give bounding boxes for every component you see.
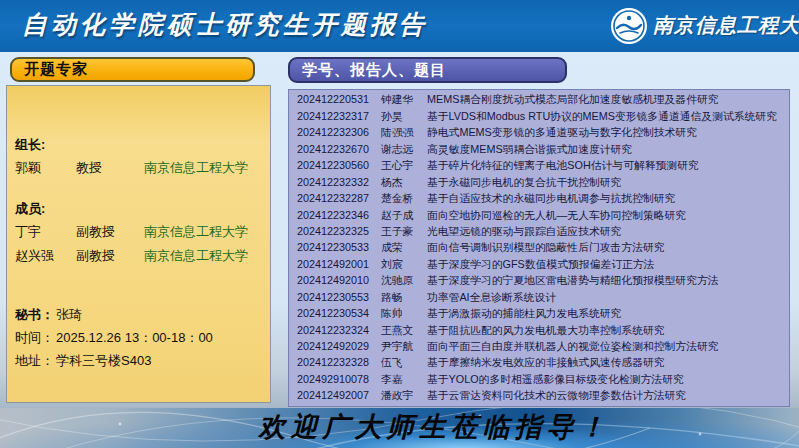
schedule-row: 202412232306 陆强强 静电式MEMS变形镜的多通道驱动与数字化控制技… xyxy=(297,125,787,140)
thesis-title: 高灵敏度MEMS弱耦合谐振式加速度计研究 xyxy=(427,142,787,157)
student-id: 202412230553 xyxy=(297,290,381,305)
reporter-name: 王燕文 xyxy=(381,323,427,338)
secretary-row: 秘书： 张琦 xyxy=(15,306,266,324)
thesis-title: 基于YOLO的多时相遥感影像目标级变化检测方法研究 xyxy=(427,372,787,387)
reporter-name: 杨杰 xyxy=(381,175,427,190)
member-title: 副教授 xyxy=(76,247,144,265)
reporter-name: 王心宇 xyxy=(381,158,427,173)
schedule-row: 202412230553 路畅 功率管AI全息诊断系统设计 xyxy=(297,290,787,305)
schedule-row: 202412232325 王子豪 光电望远镜的驱动与跟踪自适应技术研究 xyxy=(297,224,787,239)
experts-panel-title: 开题专家 xyxy=(24,60,88,79)
schedule-row: 202412232317 孙昊 基于LVDS和Modbus RTU协议的MEMS… xyxy=(297,109,787,124)
schedule-row: 202492910078 李嘉 基于YOLO的多时相遥感影像目标级变化检测方法研… xyxy=(297,372,787,387)
student-id: 202412232328 xyxy=(297,355,381,370)
time-row: 时间： 2025.12.26 13：00-18：00 xyxy=(15,329,266,347)
reporter-name: 路畅 xyxy=(381,290,427,305)
thesis-title: 面向空地协同巡检的无人机—无人车协同控制策略研究 xyxy=(427,208,787,223)
thesis-title: 基于LVDS和Modbus RTU协议的MEMS变形镜多通道通信及测试系统研究 xyxy=(427,109,787,124)
schedule-row: 202412232670 谢志远 高灵敏度MEMS弱耦合谐振式加速度计研究 xyxy=(297,142,787,157)
schedule-row: 202412230533 成荣 面向信号调制识别模型的隐蔽性后门攻击方法研究 xyxy=(297,240,787,255)
thesis-title: 光电望远镜的驱动与跟踪自适应技术研究 xyxy=(427,224,787,239)
schedule-row: 202412232332 杨杰 基于永磁同步电机的复合抗干扰控制研究 xyxy=(297,175,787,190)
footer-banner: 欢迎广大师生莅临指导！ xyxy=(0,408,799,448)
student-id: 202412232332 xyxy=(297,175,381,190)
thesis-title: 基于深度学习的GFS数值模式预报偏差订正方法 xyxy=(427,257,787,272)
thesis-title: 面向信号调制识别模型的隐蔽性后门攻击方法研究 xyxy=(427,240,787,255)
student-id: 202412232346 xyxy=(297,208,381,223)
schedule-row: 202412232346 赵子成 面向空地协同巡检的无人机—无人车协同控制策略研… xyxy=(297,208,787,223)
schedule-row: 202412492010 沈驰原 基于深度学习的宁夏地区雷电潜势与精细化预报模型… xyxy=(297,273,787,288)
reporter-name: 沈驰原 xyxy=(381,273,427,288)
thesis-title: 基于永磁同步电机的复合抗干扰控制研究 xyxy=(427,175,787,190)
secretary-label: 秘书： xyxy=(15,306,54,324)
thesis-title: 基于摩擦纳米发电效应的非接触式风速传感器研究 xyxy=(427,355,787,370)
schedule-row: 202412232287 楚金桥 基于自适应技术的永磁同步电机调参与抗扰控制研究 xyxy=(297,191,787,206)
schedule-row: 202412492029 尹宇航 面向平面三自由度并联机器人的视觉位姿检测和控制… xyxy=(297,339,787,354)
schedule-list: 202412220531 钟建华 MEMS耦合刚度扰动式模态局部化加速度敏感机理… xyxy=(288,89,790,407)
student-id: 202412230560 xyxy=(297,158,381,173)
thesis-title: 基于阻抗匹配的风力发电机最大功率控制系统研究 xyxy=(427,323,787,338)
leader-title: 教授 xyxy=(76,159,144,177)
reporter-name: 伍飞 xyxy=(381,355,427,370)
slide: 自动化学院硕士研究生开题报告 南京信息工程大学 开题专家 组长: 郭颖 教授 南… xyxy=(0,0,799,448)
student-id: 202412230534 xyxy=(297,306,381,321)
reporter-name: 潘政宇 xyxy=(381,388,427,403)
schedule-row: 202412492001 刘宸 基于深度学习的GFS数值模式预报偏差订正方法 xyxy=(297,257,787,272)
thesis-title: MEMS耦合刚度扰动式模态局部化加速度敏感机理及器件研究 xyxy=(427,92,787,107)
student-id: 202412492007 xyxy=(297,388,381,403)
experts-panel: 组长: 郭颖 教授 南京信息工程大学 成员: 丁宇 副教授 南京信息工程大学 赵… xyxy=(6,85,271,403)
reporter-name: 陈帅 xyxy=(381,306,427,321)
student-id: 202412232325 xyxy=(297,224,381,239)
student-id: 202412232324 xyxy=(297,323,381,338)
reporter-name: 尹宇航 xyxy=(381,339,427,354)
page-title: 自动化学院硕士研究生开题报告 xyxy=(22,8,428,41)
thesis-title: 基于自适应技术的永磁同步电机调参与抗扰控制研究 xyxy=(427,191,787,206)
secretary-value: 张琦 xyxy=(56,306,82,324)
member-name: 赵兴强 xyxy=(15,247,76,265)
student-id: 202412492001 xyxy=(297,257,381,272)
thesis-title: 基于云雷达资料同化技术的云微物理参数估计方法研究 xyxy=(427,388,787,403)
reporter-name: 钟建华 xyxy=(381,92,427,107)
experts-panel-header: 开题专家 xyxy=(10,57,255,82)
student-id: 202412220531 xyxy=(297,92,381,107)
reporter-name: 李嘉 xyxy=(381,372,427,387)
member-title: 副教授 xyxy=(76,223,144,241)
member-affiliation: 南京信息工程大学 xyxy=(144,247,248,265)
location-label: 地址： xyxy=(15,352,54,370)
location-row: 地址： 学科三号楼S403 xyxy=(15,352,266,370)
thesis-title: 基于涡激振动的捕能柱风力发电系统研究 xyxy=(427,306,787,321)
leader-label: 组长: xyxy=(15,136,266,154)
schedule-row: 202412232324 王燕文 基于阻抗匹配的风力发电机最大功率控制系统研究 xyxy=(297,323,787,338)
schedule-panel-title: 学号、报告人、题目 xyxy=(302,61,446,80)
leader-name: 郭颖 xyxy=(15,159,76,177)
time-label: 时间： xyxy=(15,329,54,347)
thesis-title: 基于深度学习的宁夏地区雷电潜势与精细化预报模型研究方法 xyxy=(427,273,787,288)
reporter-name: 谢志远 xyxy=(381,142,427,157)
reporter-name: 楚金桥 xyxy=(381,191,427,206)
student-id: 202412232670 xyxy=(297,142,381,157)
reporter-name: 成荣 xyxy=(381,240,427,255)
reporter-name: 孙昊 xyxy=(381,109,427,124)
university-name: 南京信息工程大学 xyxy=(653,12,799,39)
footer-message: 欢迎广大师生莅临指导！ xyxy=(0,409,799,445)
schedule-panel-header: 学号、报告人、题目 xyxy=(288,57,567,83)
schedule-row: 202412492007 潘政宇 基于云雷达资料同化技术的云微物理参数估计方法研… xyxy=(297,388,787,403)
member-name: 丁宇 xyxy=(15,223,76,241)
reporter-name: 刘宸 xyxy=(381,257,427,272)
reporter-name: 赵子成 xyxy=(381,208,427,223)
leader-affiliation: 南京信息工程大学 xyxy=(144,159,248,177)
thesis-title: 面向平面三自由度并联机器人的视觉位姿检测和控制方法研究 xyxy=(427,339,787,354)
university-logo-icon xyxy=(610,7,648,45)
time-value: 2025.12.26 13：00-18：00 xyxy=(56,329,213,347)
student-id: 202412232287 xyxy=(297,191,381,206)
thesis-title: 功率管AI全息诊断系统设计 xyxy=(427,290,787,305)
schedule-row: 202412230560 王心宇 基于碎片化特征的锂离子电池SOH估计与可解释预… xyxy=(297,158,787,173)
members-label: 成员: xyxy=(15,200,266,218)
student-id: 202412230533 xyxy=(297,240,381,255)
schedule-row: 202412232328 伍飞 基于摩擦纳米发电效应的非接触式风速传感器研究 xyxy=(297,355,787,370)
schedule-row: 202412220531 钟建华 MEMS耦合刚度扰动式模态局部化加速度敏感机理… xyxy=(297,92,787,107)
thesis-title: 静电式MEMS变形镜的多通道驱动与数字化控制技术研究 xyxy=(427,125,787,140)
student-id: 202412492029 xyxy=(297,339,381,354)
member-row: 丁宇 副教授 南京信息工程大学 xyxy=(15,223,266,241)
member-row: 赵兴强 副教授 南京信息工程大学 xyxy=(15,247,266,265)
